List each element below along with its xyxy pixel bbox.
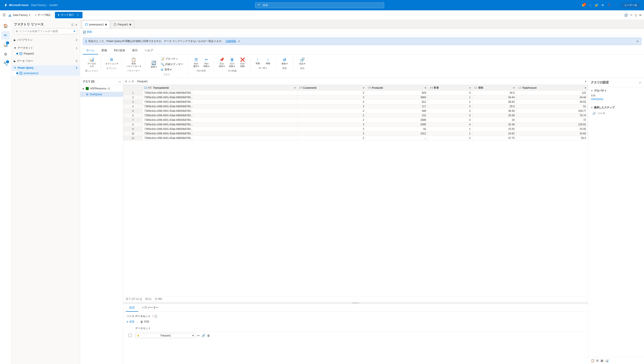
advanced-editor-button[interactable]: 🔍 詳細エディター — [160, 62, 184, 67]
account-icon[interactable]: 👤 — [614, 4, 617, 7]
dataset-item-parquet1[interactable]: Parquet1 — [16, 51, 80, 56]
table-header-productid[interactable]: 1²3 ProductId ▾ — [366, 85, 428, 91]
dataset-delete-button[interactable]: 🗑 — [207, 334, 210, 337]
combine-button[interactable]: 🔗 結合 ▾ — [298, 56, 307, 66]
manage-params-button[interactable]: 📋 管理パラメーター ▾ — [125, 56, 142, 68]
right-icon-3[interactable]: ▦ — [600, 359, 603, 362]
col-delete-button[interactable]: ✂ 列の削除 ▾ — [202, 56, 211, 68]
activity-more[interactable]: 🔧 2 — [1, 60, 10, 68]
settings-tab-params[interactable]: パラメーター — [138, 304, 162, 312]
add-dataset-button[interactable]: + 追加 — [127, 320, 134, 324]
user-pill[interactable]: ユーザー名 — [621, 2, 640, 8]
verify-button[interactable]: ✓ すべて検証 — [33, 12, 52, 18]
resource-filter-input[interactable] — [19, 30, 72, 33]
chevron-down-icon-3[interactable]: ▼ — [591, 90, 593, 92]
table-header-price[interactable]: 1.2 価格 ▾ — [472, 85, 516, 91]
collapse-handle[interactable] — [123, 302, 588, 304]
activity-home[interactable]: 🏠 — [1, 22, 10, 30]
dataset-item-name: Parquet1 — [24, 52, 34, 55]
powerquery-item-powerquery1[interactable]: powerquery1 — [16, 71, 80, 76]
sort-desc-button[interactable]: ↓ 降順 — [264, 56, 273, 66]
activity-manage[interactable]: ⚙ — [1, 50, 10, 58]
query-item-userquery[interactable]: ⊞ UserQuery — [80, 92, 123, 97]
formula-close-icon[interactable]: ✕ — [125, 80, 128, 83]
chevron-up-icon[interactable]: ∧ — [75, 23, 77, 26]
settings-tab-settings[interactable]: 設定 — [126, 304, 138, 312]
notification-icon[interactable]: 🔔 8 — [582, 4, 585, 7]
col-filter-qty[interactable]: ▾ — [469, 86, 470, 90]
ribbon-tab-home[interactable]: ホーム — [83, 47, 98, 54]
pipeline-section-header[interactable]: ▶ パイプライン 0 — [11, 37, 80, 43]
col-filter-transactionid[interactable]: ▾ — [294, 86, 296, 90]
row-delete-button[interactable]: 🗑 行の削除 ▾ — [228, 57, 237, 68]
powerquery-section-header[interactable]: ▼ Power Query 1 — [11, 65, 80, 71]
activity-edit[interactable]: ✏ — [1, 31, 10, 40]
info-close-icon[interactable]: ✕ — [636, 40, 638, 43]
publish-button[interactable]: ⬆ すべて発行 1 — [55, 12, 82, 18]
ribbon-tab-transform[interactable]: 変換 — [98, 47, 110, 54]
refresh-icon[interactable]: 🔄 — [624, 14, 628, 16]
info-link[interactable]: 詳細情報 — [226, 40, 236, 43]
help-icon[interactable]: ❓ — [608, 4, 610, 7]
factory-chevron[interactable]: ▾ — [29, 14, 30, 16]
breadcrumb-item-2[interactable]: ctoadf1 — [49, 4, 58, 7]
table-header-qty[interactable]: 1²3 数量 ▾ — [428, 85, 472, 91]
dataset-section-header[interactable]: ▼ データセット 1 — [11, 45, 80, 51]
options-button[interactable]: ⚙ オプション ▾ — [104, 56, 119, 66]
settings-icon[interactable]: ⚙ — [602, 4, 604, 7]
users-icon[interactable]: 👥 — [588, 4, 592, 7]
properties-button[interactable]: 📝 プロパティ — [160, 56, 184, 62]
table-header-total[interactable]: 1.2 TotalAmount ▾ — [516, 85, 588, 91]
ribbon-tab-help[interactable]: ヘルプ — [141, 47, 156, 54]
grid-icon[interactable]: ⊞ — [639, 14, 642, 16]
right-icon-2[interactable]: ⊞ — [596, 359, 599, 362]
delete-dataset-button[interactable]: 🗑 削除 — [140, 320, 149, 324]
query-list-toggle[interactable]: ◁ — [118, 80, 120, 83]
add-resource-icon[interactable]: + — [74, 29, 76, 33]
col-filter-total[interactable]: ▾ — [585, 86, 586, 90]
right-icon-1[interactable]: 📋 — [591, 359, 594, 362]
right-panel-expand-icon[interactable]: ▷ — [640, 81, 642, 84]
code-icon[interactable]: {} — [635, 14, 637, 16]
cell-total: 129.52 — [516, 122, 588, 127]
table-header-transactionid[interactable]: ABC TransactionId ▾ — [142, 85, 297, 91]
refresh-button[interactable]: 🔄 更新 — [83, 30, 92, 34]
chevron-down-icon-4[interactable]: ▼ — [591, 106, 593, 109]
formula-expand-icon[interactable]: ▾ — [585, 80, 586, 83]
data-table-scroll[interactable]: ABC TransactionId ▾ 1²3 Customer — [123, 85, 588, 296]
row-remove-button[interactable]: ❌ 行の削除 — [238, 56, 247, 68]
dataset-link-button[interactable]: 🔗 — [202, 334, 205, 337]
ribbon-tab-add-column[interactable]: 列の追加 — [110, 47, 128, 54]
info-tooltip-icon[interactable]: i — [154, 315, 157, 318]
col-filter-customerid[interactable]: ▾ — [363, 86, 364, 90]
edit-icon[interactable]: ✏ — [630, 14, 632, 16]
ribbon-tab-view[interactable]: 表示 — [128, 47, 141, 54]
row-keep-button[interactable]: 📌 行の保持 ▾ — [217, 56, 226, 68]
sort-asc-button[interactable]: ↑ 昇順 — [253, 56, 262, 66]
alert-icon[interactable]: 🔔 6 — [595, 4, 598, 7]
cell-transactionid: 7365e3cb-c098-4001-83ab-68693b8780... — [142, 118, 297, 122]
col-select-button[interactable]: ☰ 列の選択 ▾ — [192, 56, 201, 68]
refresh-query-button[interactable]: 🔄 更新 ▾ — [149, 60, 158, 69]
activity-monitor[interactable]: 📊 2 — [1, 40, 10, 49]
dataset-edit-button[interactable]: ✏ — [197, 334, 200, 337]
collapse-icon[interactable]: ⟨⟨ — [71, 23, 74, 26]
transform-button[interactable]: ⇄ 変換 ▾ — [280, 56, 289, 66]
search-bar[interactable]: 🔍 検索 — [255, 2, 384, 8]
dataset-checkbox[interactable] — [128, 334, 132, 337]
dataset-select[interactable]: ◆ Parquet1 ▾ — [135, 333, 196, 338]
formula-check-icon[interactable]: ✓ — [128, 80, 131, 83]
col-filter-price[interactable]: ▾ — [513, 86, 514, 90]
manage-button[interactable]: ⚙ 管理 ▾ — [160, 67, 184, 72]
tab-parquet1[interactable]: Parquet1 — [110, 20, 134, 28]
adf-resource-header[interactable]: ▶ ADFResource [1] — [80, 86, 123, 91]
dataflow-section-header[interactable]: ▶ データ フロー 0 — [11, 58, 80, 64]
applied-step-source[interactable]: 🔗 ソース — [591, 111, 642, 116]
right-icon-4[interactable]: 📊 — [605, 359, 609, 362]
tab-powerquery1[interactable]: powerquery1 — [82, 20, 110, 28]
menu-toggle[interactable]: ☰ — [2, 13, 6, 17]
col-filter-productid[interactable]: ▾ — [425, 86, 426, 90]
table-header-customerid[interactable]: 1²3 CustomerId ▾ — [297, 85, 366, 91]
data-input-button[interactable]: 📊 データの入力 — [86, 56, 97, 68]
breadcrumb-item-1[interactable]: Data Factory — [31, 4, 46, 7]
